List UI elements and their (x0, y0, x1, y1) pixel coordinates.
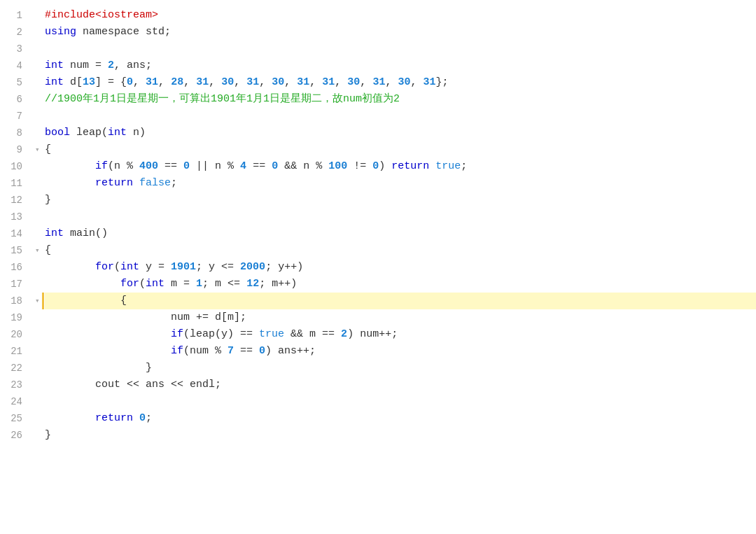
code-token: 2000 (240, 259, 265, 276)
ln-10: 10 (6, 158, 28, 175)
code-token: , (360, 74, 372, 91)
code-token: ] = { (95, 74, 127, 91)
code-editor: 1 2 3 4 5 6 7 8 9 10 11 12 13 14 15 16 1… (0, 0, 756, 534)
ln-6: 6 (6, 91, 28, 108)
code-token: d[ (64, 74, 83, 91)
code-token: ; (164, 24, 171, 41)
code-token: ; (146, 410, 152, 427)
code-token: 7 (227, 343, 234, 360)
code-token (45, 259, 95, 276)
ln-22: 22 (6, 360, 28, 377)
code-line-21: if(num % 7 == 0) ans++; (45, 343, 756, 360)
code-token: != (347, 158, 372, 175)
code-token: ( (139, 276, 146, 293)
code-token: , (385, 74, 398, 91)
code-token: namespace (76, 24, 146, 41)
code-token: ; (461, 158, 467, 175)
code-token: , (259, 74, 272, 91)
code-token: main() (64, 225, 108, 242)
code-line-1: #include<iostream> (45, 7, 756, 24)
ln-9: 9 (6, 141, 28, 158)
code-token: ; y++) (265, 259, 303, 276)
code-token: int (45, 74, 64, 91)
code-token: 13 (83, 74, 95, 91)
code-line-8: bool leap(int n) (45, 125, 756, 141)
code-token: 1 (196, 276, 202, 293)
code-line-24 (45, 393, 756, 410)
code-token: 30 (347, 74, 360, 91)
code-token: ) ans++; (265, 343, 316, 360)
ln-2: 2 (6, 24, 28, 41)
code-line-6: //1900年1月1日是星期一，可算出1901年1月1日是星期二，故num初值为… (45, 91, 756, 108)
ln-14: 14 (6, 225, 28, 242)
code-token: , (309, 74, 322, 91)
code-line-18: ▾ { (45, 293, 756, 309)
code-token: } (45, 427, 51, 444)
code-token (45, 158, 95, 175)
ln-11: 11 (6, 175, 28, 192)
code-line-2: using namespace std; (45, 24, 756, 41)
code-token (45, 343, 171, 360)
code-token: num += d[m]; (171, 309, 246, 326)
code-token: { (45, 141, 51, 158)
code-token: , (234, 74, 246, 91)
ln-16: 16 (6, 259, 28, 276)
code-token (45, 377, 95, 393)
code-token: } (45, 360, 152, 377)
code-token: ; (171, 175, 177, 192)
ln-19: 19 (6, 309, 28, 326)
code-token: ; m++) (259, 276, 297, 293)
code-token: if (171, 326, 183, 343)
code-token: ; m <= (202, 276, 246, 293)
code-token (102, 57, 108, 74)
code-token: false (139, 175, 171, 192)
code-token: ) num++; (347, 326, 398, 343)
code-line-9: ▾ { (45, 141, 756, 158)
code-token: 30 (221, 74, 234, 91)
code-token: (n % (108, 158, 139, 175)
code-token: , (284, 74, 297, 91)
code-token: }; (435, 74, 448, 91)
code-token: int (45, 57, 64, 74)
code-token (45, 309, 171, 326)
code-line-11: return false; (45, 175, 756, 192)
code-token: , (335, 74, 347, 91)
ln-8: 8 (6, 125, 28, 141)
code-token: if (95, 158, 108, 175)
code-token: 31 (246, 74, 259, 91)
code-line-23: cout << ans << endl; (45, 377, 756, 393)
code-token (133, 175, 139, 192)
fold-icon-9[interactable]: ▾ (35, 141, 40, 158)
code-token (133, 410, 139, 427)
code-token: int (108, 125, 127, 141)
code-token: num (64, 57, 95, 74)
fold-icon-15[interactable]: ▾ (35, 242, 40, 259)
ln-21: 21 (6, 343, 28, 360)
code-line-12: } (45, 192, 756, 209)
code-token: for (95, 259, 114, 276)
ln-3: 3 (6, 41, 28, 57)
fold-icon-18[interactable]: ▾ (35, 293, 40, 309)
code-line-25: return 0; (45, 410, 756, 427)
ln-1: 1 (6, 7, 28, 24)
code-line-26: } (45, 427, 756, 444)
code-token: bool (45, 125, 70, 141)
code-token: , (133, 74, 146, 91)
ln-13: 13 (6, 209, 28, 225)
code-line-19: num += d[m]; (45, 309, 756, 326)
code-line-3 (45, 41, 756, 57)
left-marker-18 (42, 293, 44, 309)
code-token: return (95, 175, 133, 192)
ln-18: 18 (6, 293, 28, 309)
code-token: 0 (183, 158, 190, 175)
code-token: 100 (328, 158, 347, 175)
code-line-16: for(int y = 1901; y <= 2000; y++) (45, 259, 756, 276)
code-token: 4 (240, 158, 246, 175)
code-token: { (45, 242, 51, 259)
ln-23: 23 (6, 377, 28, 393)
code-token: (num % (183, 343, 227, 360)
code-token: y = (139, 259, 171, 276)
code-token: 28 (171, 74, 183, 91)
code-line-7 (45, 108, 756, 125)
ln-12: 12 (6, 192, 28, 209)
